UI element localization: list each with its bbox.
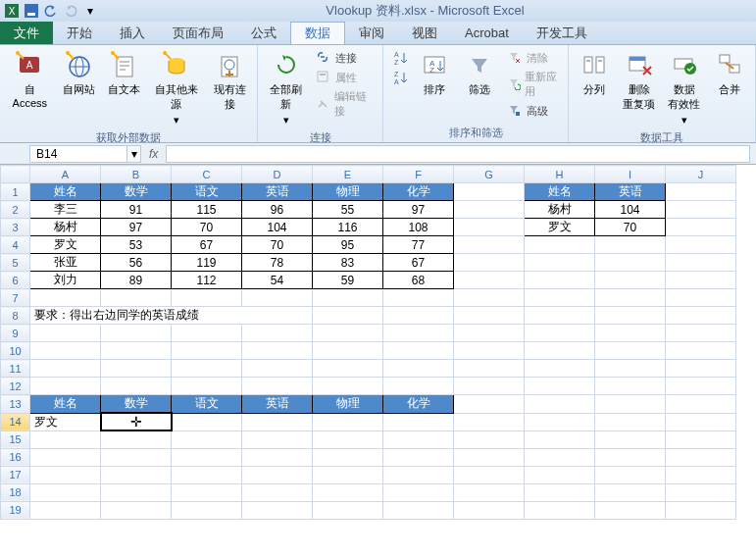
cell[interactable] <box>101 466 172 483</box>
col-header[interactable]: F <box>383 166 454 183</box>
cell[interactable] <box>383 289 454 307</box>
cell[interactable] <box>313 360 383 378</box>
cell[interactable] <box>595 307 666 325</box>
cell[interactable] <box>383 448 454 466</box>
cell[interactable] <box>525 413 595 430</box>
row-header[interactable]: 17 <box>1 466 30 483</box>
cell[interactable] <box>30 501 101 519</box>
cell[interactable] <box>454 289 525 307</box>
cell[interactable]: 59 <box>313 272 383 289</box>
cell[interactable] <box>525 289 595 307</box>
cell[interactable] <box>30 430 101 448</box>
cell[interactable]: 89 <box>101 272 172 289</box>
row-header[interactable]: 12 <box>1 378 30 395</box>
cell[interactable] <box>313 501 383 519</box>
tab-home[interactable]: 开始 <box>53 22 106 44</box>
cell[interactable] <box>595 254 666 272</box>
cell[interactable] <box>172 342 242 360</box>
cell[interactable] <box>172 430 242 448</box>
cell[interactable] <box>172 378 242 395</box>
cell[interactable] <box>454 430 525 448</box>
cell[interactable] <box>666 325 736 342</box>
cell[interactable]: 55 <box>313 201 383 219</box>
cell[interactable] <box>666 395 736 414</box>
cell[interactable] <box>525 430 595 448</box>
cell[interactable] <box>454 342 525 360</box>
cell[interactable]: 67 <box>383 254 454 272</box>
cell[interactable] <box>666 378 736 395</box>
cell[interactable] <box>454 395 525 414</box>
cell[interactable]: 姓名 <box>30 395 101 414</box>
connections-button[interactable]: 连接 <box>314 49 377 67</box>
cell[interactable] <box>595 342 666 360</box>
cell[interactable] <box>383 307 454 325</box>
cell[interactable] <box>666 342 736 360</box>
cell[interactable] <box>242 342 313 360</box>
cell[interactable] <box>454 236 525 254</box>
select-all-corner[interactable] <box>1 166 30 183</box>
cell[interactable] <box>313 325 383 342</box>
cell[interactable] <box>454 413 525 430</box>
cell[interactable] <box>172 466 242 483</box>
clear-filter-button[interactable]: 清除 <box>505 49 562 67</box>
cell[interactable] <box>666 236 736 254</box>
cell[interactable]: 语文 <box>172 183 242 201</box>
tab-file[interactable]: 文件 <box>0 22 53 44</box>
cell[interactable] <box>313 483 383 501</box>
cell[interactable] <box>172 360 242 378</box>
cell[interactable] <box>454 307 525 325</box>
cell[interactable] <box>313 430 383 448</box>
cell[interactable]: 语文 <box>172 395 242 414</box>
cell[interactable] <box>454 219 525 236</box>
undo-icon[interactable] <box>43 3 59 19</box>
row-header[interactable]: 11 <box>1 360 30 378</box>
cell[interactable] <box>525 307 595 325</box>
cell[interactable]: 罗文 <box>525 219 595 236</box>
cell[interactable] <box>383 483 454 501</box>
cell[interactable] <box>525 448 595 466</box>
cell[interactable] <box>30 483 101 501</box>
cell[interactable] <box>313 378 383 395</box>
cell[interactable] <box>383 342 454 360</box>
cell[interactable] <box>383 413 454 430</box>
cell[interactable] <box>242 413 313 430</box>
cell[interactable] <box>525 483 595 501</box>
col-header[interactable]: G <box>454 166 525 183</box>
cell[interactable]: 67 <box>172 236 242 254</box>
cell[interactable] <box>525 378 595 395</box>
cell[interactable]: 119 <box>172 254 242 272</box>
cell[interactable] <box>666 466 736 483</box>
cell[interactable]: 108 <box>383 219 454 236</box>
cell[interactable] <box>454 183 525 201</box>
cell[interactable] <box>525 342 595 360</box>
cell[interactable] <box>525 466 595 483</box>
cell[interactable]: 物理 <box>313 395 383 414</box>
cell[interactable] <box>101 289 172 307</box>
cell[interactable] <box>101 378 172 395</box>
cell[interactable] <box>666 254 736 272</box>
cell[interactable] <box>666 307 736 325</box>
cell[interactable] <box>525 501 595 519</box>
cell[interactable] <box>454 483 525 501</box>
cell[interactable]: 53 <box>101 236 172 254</box>
row-header[interactable]: 14 <box>1 413 30 430</box>
cell[interactable] <box>525 360 595 378</box>
cell[interactable] <box>454 378 525 395</box>
cell[interactable] <box>101 501 172 519</box>
cell[interactable] <box>595 448 666 466</box>
cell[interactable]: 数学 <box>101 395 172 414</box>
cell[interactable] <box>313 448 383 466</box>
cell[interactable]: 56 <box>101 254 172 272</box>
cell[interactable] <box>666 501 736 519</box>
col-header[interactable]: J <box>666 166 736 183</box>
cell[interactable] <box>525 395 595 414</box>
col-header[interactable]: I <box>595 166 666 183</box>
cell[interactable] <box>172 413 242 430</box>
col-header[interactable]: C <box>172 166 242 183</box>
cell[interactable] <box>101 483 172 501</box>
cell[interactable]: 112 <box>172 272 242 289</box>
edit-links-button[interactable]: 编辑链接 <box>314 88 377 120</box>
cell[interactable] <box>101 360 172 378</box>
cell[interactable] <box>172 289 242 307</box>
spreadsheet-grid[interactable]: ABCDEFGHIJ 1 姓名数学语文英语物理化学 姓名英语 2 李三91115… <box>0 165 736 520</box>
